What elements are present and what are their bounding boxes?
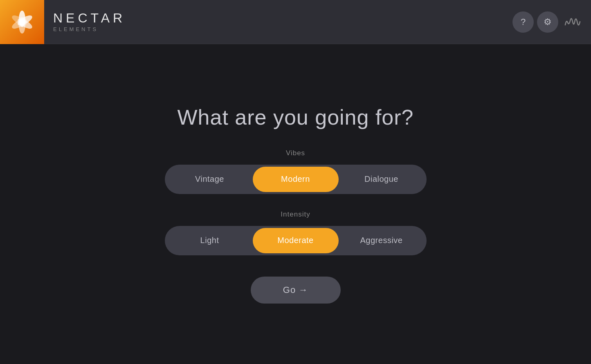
logo-box — [0, 0, 44, 44]
settings-button[interactable]: ⚙ — [537, 11, 558, 33]
vibes-label: Vibes — [286, 149, 305, 157]
intensity-section: Intensity Light Moderate Aggressive — [165, 210, 427, 255]
settings-icon: ⚙ — [544, 17, 552, 27]
intensity-light-button[interactable]: Light — [167, 228, 253, 253]
help-icon: ? — [521, 17, 526, 27]
header-left: NECTAR ELEMENTS — [0, 0, 126, 44]
intensity-aggressive-button[interactable]: Aggressive — [339, 228, 425, 253]
brand-text: NECTAR ELEMENTS — [53, 11, 126, 32]
main-content: What are you going for? Vibes Vintage Mo… — [0, 44, 591, 364]
header: NECTAR ELEMENTS ? ⚙ — [0, 0, 591, 44]
vibes-modern-button[interactable]: Modern — [253, 167, 339, 192]
brand-name: NECTAR — [53, 11, 126, 25]
vibes-dialogue-button[interactable]: Dialogue — [339, 167, 425, 192]
intensity-moderate-button[interactable]: Moderate — [253, 228, 339, 253]
main-title: What are you going for? — [178, 105, 414, 130]
wave-icon — [564, 13, 581, 31]
vibes-section: Vibes Vintage Modern Dialogue — [165, 149, 427, 194]
vibes-vintage-button[interactable]: Vintage — [167, 167, 253, 192]
intensity-label: Intensity — [281, 210, 310, 219]
vibes-toggle-group: Vintage Modern Dialogue — [165, 165, 427, 194]
nectar-logo-icon — [8, 8, 36, 36]
header-right: ? ⚙ — [512, 11, 583, 33]
wave-button[interactable] — [562, 11, 583, 33]
help-button[interactable]: ? — [512, 11, 534, 33]
go-button[interactable]: Go → — [251, 277, 341, 304]
go-button-label: Go → — [283, 285, 308, 295]
brand-subtitle: ELEMENTS — [53, 26, 126, 32]
intensity-toggle-group: Light Moderate Aggressive — [165, 226, 427, 255]
